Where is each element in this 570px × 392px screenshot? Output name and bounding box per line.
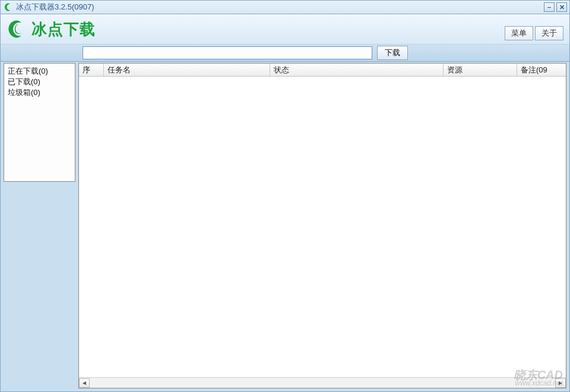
minimize-icon: – xyxy=(547,4,551,11)
chevron-right-icon: ► xyxy=(558,380,563,386)
brand: 冰点下载 xyxy=(7,19,96,40)
menu-button[interactable]: 菜单 xyxy=(505,26,533,40)
minimize-button[interactable]: – xyxy=(544,2,555,12)
sidebar-item-downloading[interactable]: 正在下载(0) xyxy=(8,66,71,77)
close-icon: ✕ xyxy=(559,4,565,11)
sidebar-item-label: 垃圾箱(0) xyxy=(8,88,40,97)
app-header: 冰点下载 菜单 关于 xyxy=(0,14,570,44)
horizontal-scrollbar[interactable]: ◄ ► xyxy=(79,377,566,388)
brand-logo-icon xyxy=(7,19,27,39)
brand-text: 冰点下载 xyxy=(31,19,96,40)
window-title: 冰点下载器3.2.5(0907) xyxy=(14,2,544,12)
download-button[interactable]: 下载 xyxy=(377,46,408,60)
column-headers: 序 任务名 状态 资源 备注(09 xyxy=(79,64,566,77)
header-buttons: 菜单 关于 xyxy=(505,26,563,40)
scroll-right-button[interactable]: ► xyxy=(555,378,566,388)
sidebar-item-trash[interactable]: 垃圾箱(0) xyxy=(8,87,71,98)
url-input[interactable] xyxy=(83,46,372,59)
close-button[interactable]: ✕ xyxy=(556,2,567,12)
column-header-resource[interactable]: 资源 xyxy=(444,64,517,76)
content: 序 任务名 状态 资源 备注(09 ◄ ► xyxy=(78,63,566,388)
scroll-left-button[interactable]: ◄ xyxy=(79,378,90,388)
column-header-note[interactable]: 备注(09 xyxy=(517,64,566,76)
column-header-status[interactable]: 状态 xyxy=(270,64,444,76)
about-button[interactable]: 关于 xyxy=(535,26,563,40)
sidebar-item-label: 已下载(0) xyxy=(8,77,40,86)
window-controls: – ✕ xyxy=(544,2,567,12)
task-list-body[interactable] xyxy=(79,77,566,377)
chevron-left-icon: ◄ xyxy=(81,380,87,386)
titlebar: 冰点下载器3.2.5(0907) – ✕ xyxy=(0,0,570,14)
main-area: 正在下载(0) 已下载(0) 垃圾箱(0) 序 任务名 状态 资源 备注(09 … xyxy=(0,62,570,392)
app-icon xyxy=(3,2,14,12)
task-list: 序 任务名 状态 资源 备注(09 ◄ ► xyxy=(78,63,566,388)
column-header-task[interactable]: 任务名 xyxy=(104,64,270,76)
column-header-seq[interactable]: 序 xyxy=(79,64,104,76)
sidebar-item-downloaded[interactable]: 已下载(0) xyxy=(8,77,71,87)
sidebar-item-label: 正在下载(0) xyxy=(8,67,48,75)
toolbar: 下载 xyxy=(0,44,570,62)
sidebar: 正在下载(0) 已下载(0) 垃圾箱(0) xyxy=(4,63,75,182)
